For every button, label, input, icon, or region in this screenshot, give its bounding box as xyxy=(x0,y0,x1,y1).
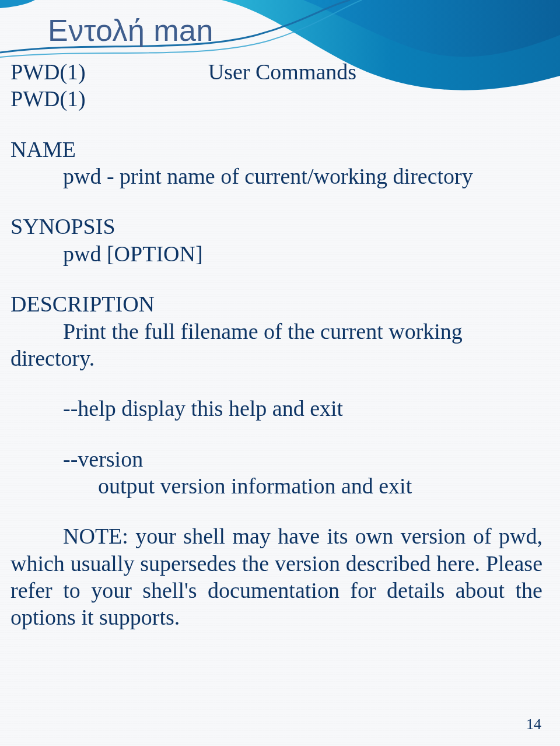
manpage-header: PWD(1) User Commands xyxy=(10,58,542,85)
note-block: NOTE: your shell may have its own versio… xyxy=(10,523,542,631)
section-name: NAME pwd - print name of current/working… xyxy=(10,136,542,190)
option-version: --version output version information and… xyxy=(10,446,542,500)
page-number: 14 xyxy=(526,716,541,733)
note-text: NOTE: your shell may have its own versio… xyxy=(10,523,542,631)
version-text: output version information and exit xyxy=(10,472,542,499)
option-help: --help display this help and exit xyxy=(10,395,542,422)
manpage-header-left: PWD(1) xyxy=(10,58,86,85)
description-line-1: Print the full filename of the current w… xyxy=(10,318,542,345)
version-flag: --version xyxy=(10,446,542,472)
synopsis-text: pwd [OPTION] xyxy=(10,240,542,267)
name-text: pwd - print name of current/working dire… xyxy=(10,163,542,190)
synopsis-heading: SYNOPSIS xyxy=(10,213,542,240)
section-description: DESCRIPTION Print the full filename of t… xyxy=(10,290,542,372)
description-line-2: directory. xyxy=(10,345,542,372)
slide-body: PWD(1) User Commands PWD(1) NAME pwd - p… xyxy=(10,58,542,631)
description-heading: DESCRIPTION xyxy=(10,290,542,317)
manpage-header-left-repeat: PWD(1) xyxy=(10,85,542,112)
manpage-header-center: User Commands xyxy=(208,58,356,85)
slide-title: Εντολή man xyxy=(48,13,214,48)
name-heading: NAME xyxy=(10,136,542,163)
section-synopsis: SYNOPSIS pwd [OPTION] xyxy=(10,213,542,267)
